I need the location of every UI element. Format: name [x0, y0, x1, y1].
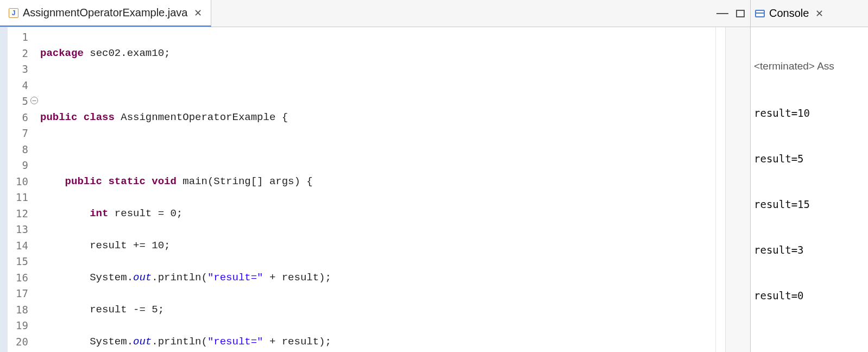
editor-body: 1 2 3 4 5– 6 7 8 9 10 11 12 13 14 15 16 … [0, 27, 750, 352]
editor-toolbar-right [716, 0, 745, 27]
scroll-area[interactable] [725, 27, 750, 352]
console-icon [755, 10, 765, 17]
line-number: 14 [8, 238, 33, 254]
console-pane: Console ✕ <terminated> Ass result=10 res… [751, 0, 868, 352]
line-number: 12 [8, 206, 33, 222]
left-ruler [0, 27, 8, 352]
line-number: 2 [8, 46, 33, 62]
code-area[interactable]: package sec02.exam10; public class Assig… [33, 27, 715, 352]
line-number: 15 [8, 254, 33, 270]
console-status: <terminated> Ass [754, 59, 865, 75]
line-number: 19 [8, 318, 33, 334]
close-icon[interactable]: ✕ [194, 7, 202, 19]
console-line: result=0 [754, 288, 865, 303]
editor-tabbar: J AssignmentOperatorExample.java ✕ [0, 0, 750, 27]
editor-pane: J AssignmentOperatorExample.java ✕ 1 2 3… [0, 0, 751, 352]
line-gutter: 1 2 3 4 5– 6 7 8 9 10 11 12 13 14 15 16 … [8, 27, 33, 352]
line-number: 20 [8, 334, 33, 350]
editor-tab[interactable]: J AssignmentOperatorExample.java ✕ [0, 0, 211, 27]
line-number: 1 [8, 29, 33, 46]
line-number: 5– [8, 93, 33, 110]
line-number: 8 [8, 142, 33, 158]
console-line: result=5 [754, 151, 865, 166]
line-number: 17 [8, 286, 33, 302]
console-title: Console [769, 7, 809, 20]
console-line: result=3 [754, 242, 865, 257]
line-number: 4 [8, 78, 33, 94]
console-line: result=10 [754, 105, 865, 121]
line-number: 7 [8, 125, 33, 142]
console-tabbar: Console ✕ [751, 0, 868, 27]
line-number: 3 [8, 61, 33, 78]
editor-tab-filename: AssignmentOperatorExample.java [23, 7, 187, 19]
console-line: result=15 [754, 197, 865, 212]
line-number: 13 [8, 222, 33, 238]
line-number: 6 [8, 110, 33, 126]
line-number: 9 [8, 158, 33, 174]
console-body[interactable]: <terminated> Ass result=10 result=5 resu… [751, 27, 868, 352]
close-icon[interactable]: ✕ [815, 8, 823, 20]
java-file-icon: J [9, 8, 18, 18]
minimize-icon[interactable] [716, 13, 728, 14]
maximize-icon[interactable] [736, 10, 745, 17]
overview-ruler [715, 27, 725, 352]
line-number: 11 [8, 190, 33, 206]
line-number: 16 [8, 270, 33, 286]
line-number: 10 [8, 174, 33, 190]
line-number: 18 [8, 302, 33, 318]
